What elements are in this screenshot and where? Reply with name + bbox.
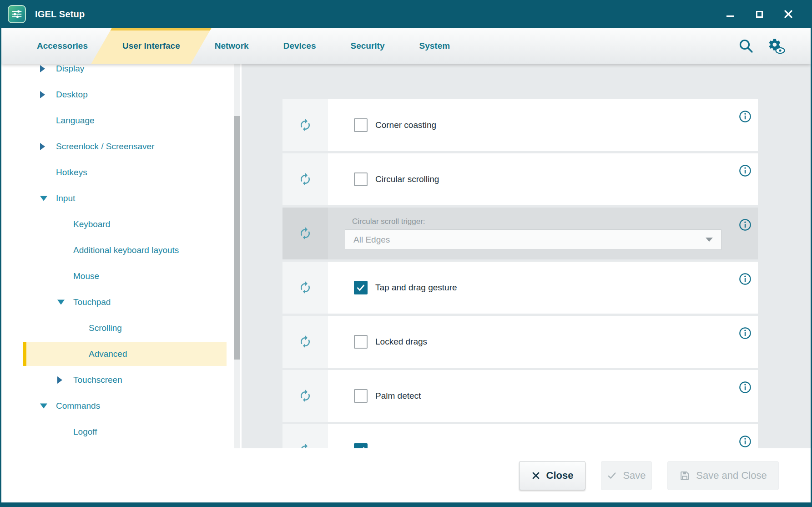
window-bottom-border	[1, 502, 811, 507]
info-icon[interactable]	[739, 381, 751, 394]
window-title: IGEL Setup	[35, 9, 85, 20]
reset-to-default-icon[interactable]	[298, 227, 312, 240]
sidebar-item-label: Keyboard	[73, 219, 110, 229]
expand-arrow-icon[interactable]	[40, 143, 45, 150]
sidebar-item-language[interactable]: Language	[1, 107, 242, 133]
reset-to-default-icon[interactable]	[298, 389, 312, 403]
setting-body: Circular scrolling	[328, 153, 758, 205]
sidebar-item-label: Advanced	[89, 349, 127, 359]
tab-list: Accessories User Interface Network Devic…	[1, 28, 467, 64]
collapse-arrow-icon[interactable]	[40, 196, 47, 201]
sidebar-item-logoff[interactable]: Logoff	[1, 419, 242, 445]
tab-bar: Accessories User Interface Network Devic…	[1, 28, 811, 64]
circular-scrolling-checkbox[interactable]	[354, 172, 368, 186]
sidebar-item-screenlock[interactable]: Screenlock / Screensaver	[1, 133, 242, 159]
tab-devices[interactable]: Devices	[266, 28, 333, 64]
setting-row-circular-scroll-trigger: Circular scroll trigger: All Edges	[282, 208, 758, 259]
sidebar-item-hotkeys[interactable]: Hotkeys	[1, 159, 242, 185]
save-button[interactable]: Save	[601, 461, 652, 490]
reset-column	[282, 370, 328, 422]
navigation-tree: Display Desktop Language Screenlock / Sc…	[1, 64, 242, 445]
tap-and-drag-checkbox[interactable]	[354, 281, 368, 294]
chevron-down-icon	[706, 238, 713, 242]
minimize-icon	[726, 15, 734, 17]
sidebar-item-mouse[interactable]: Mouse	[1, 263, 242, 289]
sidebar-item-label: Logoff	[73, 427, 97, 437]
sidebar-item-display[interactable]: Display	[1, 64, 242, 81]
info-icon[interactable]	[739, 110, 751, 123]
search-icon[interactable]	[738, 38, 754, 54]
reset-column	[282, 153, 328, 205]
save-and-close-button[interactable]: Save and Close	[667, 461, 779, 490]
sidebar-item-label: Screenlock / Screensaver	[56, 142, 155, 152]
tab-security[interactable]: Security	[333, 28, 402, 64]
tab-network[interactable]: Network	[197, 28, 266, 64]
info-icon[interactable]	[739, 327, 751, 340]
expand-arrow-icon[interactable]	[57, 376, 62, 384]
clipped-row-checkbox[interactable]	[354, 443, 368, 448]
maximize-button[interactable]	[751, 6, 767, 22]
tab-system[interactable]: System	[402, 28, 468, 64]
save-button-label: Save	[623, 470, 646, 482]
sidebar-item-keyboard[interactable]: Keyboard	[1, 211, 242, 237]
reset-column	[282, 316, 328, 368]
close-window-button[interactable]	[781, 6, 796, 22]
sidebar-item-touchpad[interactable]: Touchpad	[1, 289, 242, 315]
sidebar-item-input[interactable]: Input	[1, 185, 242, 211]
reset-to-default-icon[interactable]	[298, 335, 312, 349]
sidebar-item-commands[interactable]: Commands	[1, 393, 242, 419]
navigation-sidebar: Display Desktop Language Screenlock / Sc…	[1, 64, 242, 448]
tab-accessories[interactable]: Accessories	[20, 28, 105, 64]
info-icon[interactable]	[739, 164, 751, 177]
sidebar-item-desktop[interactable]: Desktop	[1, 81, 242, 107]
igel-setup-window: IGEL Setup Accessories User Interface Ne…	[0, 0, 812, 507]
sidebar-item-label: Language	[56, 116, 95, 126]
setting-row-corner-coasting: Corner coasting	[282, 99, 758, 151]
setting-label: Palm detect	[375, 391, 421, 401]
info-icon[interactable]	[739, 273, 751, 285]
sidebar-item-touchscreen[interactable]: Touchscreen	[1, 367, 242, 393]
igel-logo-icon	[8, 5, 26, 23]
close-button[interactable]: Close	[519, 461, 585, 490]
setting-row-circular-scrolling: Circular scrolling	[282, 153, 758, 205]
setting-row-palm-detect: Palm detect	[282, 370, 758, 422]
tab-user-interface[interactable]: User Interface	[105, 28, 197, 64]
setting-row-tap-and-drag-gesture: Tap and drag gesture	[282, 262, 758, 314]
close-icon	[783, 9, 793, 19]
info-icon[interactable]	[739, 435, 751, 448]
setting-body	[328, 424, 758, 448]
minimize-button[interactable]	[722, 6, 738, 22]
expand-arrow-icon[interactable]	[40, 91, 45, 98]
locked-drags-checkbox[interactable]	[354, 335, 368, 349]
corner-coasting-checkbox[interactable]	[354, 118, 368, 132]
reset-to-default-icon[interactable]	[298, 172, 312, 186]
sidebar-item-scrolling[interactable]: Scrolling	[1, 315, 242, 341]
setting-body: Palm detect	[328, 370, 758, 422]
sidebar-item-label: Display	[56, 64, 84, 74]
expand-arrow-icon[interactable]	[40, 65, 45, 72]
sidebar-item-additional-keyboard-layouts[interactable]: Additional keyboard layouts	[1, 237, 242, 263]
sidebar-item-label: Additional keyboard layouts	[73, 245, 179, 255]
sidebar-item-advanced[interactable]: Advanced	[1, 341, 242, 367]
settings-visibility-icon[interactable]	[767, 37, 785, 55]
sidebar-item-label: Touchscreen	[73, 375, 122, 385]
sidebar-scrollbar[interactable]	[234, 64, 240, 448]
reset-to-default-icon[interactable]	[298, 281, 312, 294]
sidebar-scrollbar-thumb[interactable]	[234, 116, 240, 360]
sidebar-item-label: Touchpad	[73, 297, 111, 307]
reset-to-default-icon[interactable]	[298, 443, 312, 448]
reset-column	[282, 208, 328, 259]
setting-label: Tap and drag gesture	[375, 283, 457, 293]
reset-column	[282, 262, 328, 314]
sidebar-item-label: Mouse	[73, 271, 99, 281]
circular-scroll-trigger-dropdown[interactable]: All Edges	[345, 229, 721, 250]
info-icon[interactable]	[739, 218, 751, 231]
collapse-arrow-icon[interactable]	[57, 299, 65, 304]
reset-to-default-icon[interactable]	[298, 118, 312, 132]
title-bar: IGEL Setup	[1, 0, 811, 28]
setting-row-clipped	[282, 424, 758, 448]
setting-label: Corner coasting	[375, 120, 436, 130]
palm-detect-checkbox[interactable]	[354, 389, 368, 403]
collapse-arrow-icon[interactable]	[40, 403, 47, 408]
save-and-close-button-label: Save and Close	[696, 470, 767, 482]
